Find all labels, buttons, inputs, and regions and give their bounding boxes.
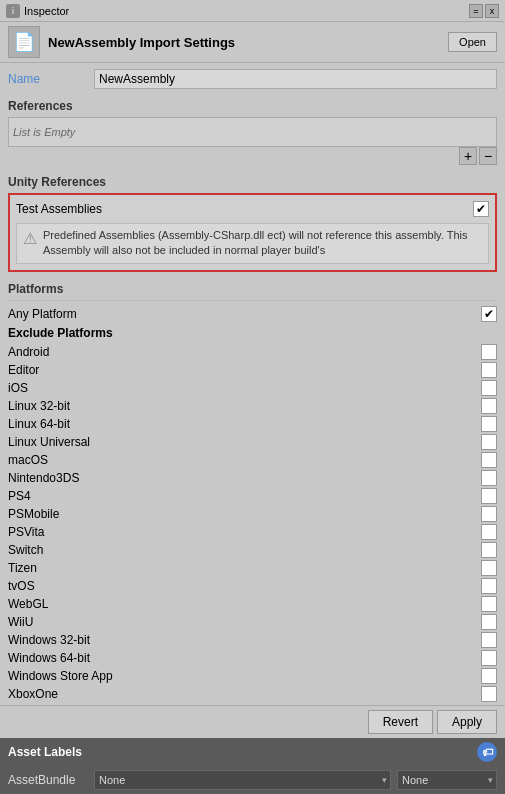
platform-item-label: Linux 32-bit [8,399,70,413]
name-row: Name [8,69,497,89]
platform-item-label: Tizen [8,561,37,575]
header-title: NewAssembly Import Settings [48,35,235,50]
remove-reference-button[interactable]: − [479,147,497,165]
platform-item-checkbox[interactable] [481,506,497,522]
references-header: References [8,99,497,113]
platform-items-list: AndroidEditoriOSLinux 32-bitLinux 64-bit… [8,343,497,703]
asset-bundle-row: AssetBundle None ▾ None ▾ [0,766,505,794]
platform-item-row: Windows Store App [8,667,497,685]
unity-references-section: Unity References Test Assemblies ✔ ⚠ Pre… [8,171,497,272]
platform-item-row: Linux Universal [8,433,497,451]
unity-references-header: Unity References [8,175,497,189]
platform-item-checkbox[interactable] [481,470,497,486]
platform-item-label: XboxOne [8,687,58,701]
platform-item-checkbox[interactable] [481,452,497,468]
platform-item-checkbox[interactable] [481,650,497,666]
references-empty-text: List is Empty [13,126,75,138]
add-reference-button[interactable]: + [459,147,477,165]
title-bar-text: Inspector [24,5,69,17]
platform-item-row: Linux 32-bit [8,397,497,415]
platform-item-checkbox[interactable] [481,344,497,360]
warning-box: ⚠ Predefined Assemblies (Assembly-CSharp… [16,223,489,264]
platform-item-row: Linux 64-bit [8,415,497,433]
platform-item-row: WebGL [8,595,497,613]
platform-item-label: WiiU [8,615,33,629]
platform-item-row: PS4 [8,487,497,505]
platform-item-label: Linux 64-bit [8,417,70,431]
platforms-section: Platforms Any Platform ✔ Exclude Platfor… [8,278,497,703]
main-content: Name References List is Empty + − Unity … [0,63,505,705]
platform-item-row: macOS [8,451,497,469]
revert-button[interactable]: Revert [368,710,433,734]
test-assemblies-checkbox[interactable]: ✔ [473,201,489,217]
platform-item-row: Windows 64-bit [8,649,497,667]
platform-item-checkbox[interactable] [481,560,497,576]
asset-bundle-variant-select[interactable]: None [397,770,497,790]
platform-item-row: Nintendo3DS [8,469,497,487]
platform-item-checkbox[interactable] [481,362,497,378]
test-assemblies-label: Test Assemblies [16,202,102,216]
platform-item-label: macOS [8,453,48,467]
platform-item-row: WiiU [8,613,497,631]
platform-item-checkbox[interactable] [481,524,497,540]
platform-item-label: Windows Store App [8,669,113,683]
platform-item-label: Windows 64-bit [8,651,90,665]
platform-item-checkbox[interactable] [481,686,497,702]
platform-item-label: iOS [8,381,28,395]
platform-item-checkbox[interactable] [481,542,497,558]
apply-button[interactable]: Apply [437,710,497,734]
exclude-platforms-row: Exclude Platforms [8,325,497,341]
warning-text: Predefined Assemblies (Assembly-CSharp.d… [43,228,482,259]
any-platform-label: Any Platform [8,307,77,321]
header-area: 📄 NewAssembly Import Settings Open [0,22,505,63]
references-section: References List is Empty + − [8,95,497,165]
platform-item-row: iOS [8,379,497,397]
platform-item-checkbox[interactable] [481,416,497,432]
name-label: Name [8,72,88,86]
platform-item-checkbox[interactable] [481,614,497,630]
asset-bundle-label: AssetBundle [8,773,88,787]
platform-item-label: PSVita [8,525,44,539]
any-platform-checkbox[interactable]: ✔ [481,306,497,322]
platform-item-checkbox[interactable] [481,578,497,594]
platform-item-checkbox[interactable] [481,434,497,450]
platform-item-checkbox[interactable] [481,668,497,684]
platform-item-row: PSVita [8,523,497,541]
any-platform-row: Any Platform ✔ [8,305,497,323]
asset-bundle-select-wrapper: None ▾ [94,770,391,790]
platform-item-row: Switch [8,541,497,559]
asset-labels-icon: 🏷 [477,742,497,762]
asset-labels-title: Asset Labels [8,745,82,759]
platform-item-row: tvOS [8,577,497,595]
platform-item-label: WebGL [8,597,48,611]
platform-item-label: Nintendo3DS [8,471,79,485]
platform-item-row: Tizen [8,559,497,577]
platform-item-checkbox[interactable] [481,488,497,504]
platform-item-checkbox[interactable] [481,380,497,396]
unity-references-box: Test Assemblies ✔ ⚠ Predefined Assemblie… [8,193,497,272]
close-button[interactable]: x [485,4,499,18]
platform-item-label: PS4 [8,489,31,503]
platform-item-label: PSMobile [8,507,59,521]
platform-item-checkbox[interactable] [481,596,497,612]
platform-item-row: Android [8,343,497,361]
references-list: List is Empty [8,117,497,147]
exclude-platforms-label: Exclude Platforms [8,326,113,340]
action-row: Revert Apply [0,705,505,738]
name-input[interactable] [94,69,497,89]
platforms-header: Platforms [8,282,497,296]
asset-bundle-select[interactable]: None [94,770,391,790]
open-button[interactable]: Open [448,32,497,52]
platform-item-checkbox[interactable] [481,398,497,414]
platform-item-row: PSMobile [8,505,497,523]
platform-item-label: Android [8,345,49,359]
menu-button[interactable]: = [469,4,483,18]
platform-item-row: XboxOne [8,685,497,703]
asset-labels-bar: Asset Labels 🏷 [0,738,505,766]
platform-item-row: Windows 32-bit [8,631,497,649]
platform-item-label: Windows 32-bit [8,633,90,647]
test-assemblies-row: Test Assemblies ✔ [16,201,489,217]
platform-item-label: Editor [8,363,39,377]
platform-item-label: Switch [8,543,43,557]
platform-item-checkbox[interactable] [481,632,497,648]
